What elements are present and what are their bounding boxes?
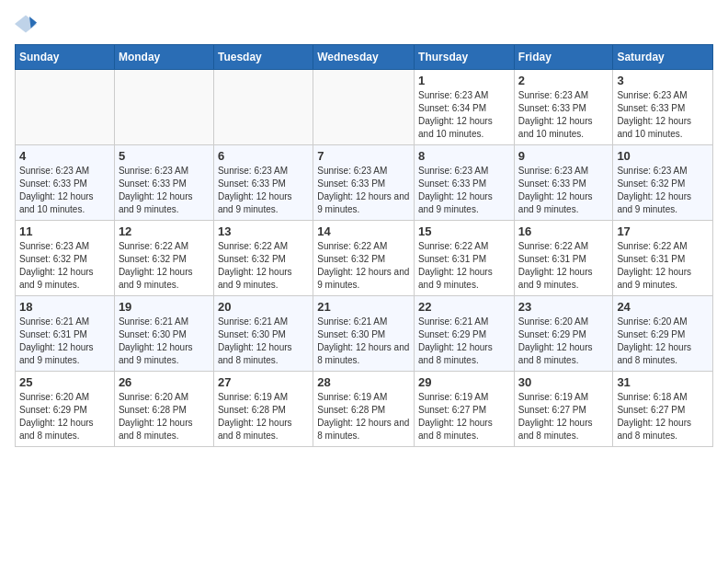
calendar-cell: 21Sunrise: 6:21 AM Sunset: 6:30 PM Dayli…: [313, 296, 415, 372]
day-info: Sunrise: 6:23 AM Sunset: 6:33 PM Dayligh…: [518, 89, 609, 141]
calendar-week-5: 25Sunrise: 6:20 AM Sunset: 6:29 PM Dayli…: [16, 372, 713, 447]
day-info: Sunrise: 6:19 AM Sunset: 6:27 PM Dayligh…: [418, 391, 510, 442]
day-number: 22: [418, 300, 510, 314]
day-info: Sunrise: 6:23 AM Sunset: 6:33 PM Dayligh…: [518, 165, 609, 216]
day-info: Sunrise: 6:23 AM Sunset: 6:33 PM Dayligh…: [418, 165, 510, 216]
day-number: 28: [317, 375, 410, 389]
calendar-cell: 4Sunrise: 6:23 AM Sunset: 6:33 PM Daylig…: [16, 145, 115, 221]
day-number: 10: [617, 149, 709, 163]
day-number: 7: [317, 149, 410, 163]
weekday-header-thursday: Thursday: [415, 45, 515, 70]
calendar-cell: 14Sunrise: 6:22 AM Sunset: 6:32 PM Dayli…: [313, 221, 415, 296]
weekday-header-wednesday: Wednesday: [313, 45, 415, 70]
day-number: 31: [617, 375, 709, 389]
day-info: Sunrise: 6:23 AM Sunset: 6:32 PM Dayligh…: [617, 165, 709, 216]
day-number: 15: [418, 224, 510, 238]
calendar-week-1: 1Sunrise: 6:23 AM Sunset: 6:34 PM Daylig…: [16, 70, 713, 145]
calendar-cell: 13Sunrise: 6:22 AM Sunset: 6:32 PM Dayli…: [213, 221, 313, 296]
day-info: Sunrise: 6:22 AM Sunset: 6:31 PM Dayligh…: [418, 240, 510, 292]
day-info: Sunrise: 6:19 AM Sunset: 6:28 PM Dayligh…: [218, 391, 309, 442]
day-info: Sunrise: 6:21 AM Sunset: 6:30 PM Dayligh…: [119, 316, 210, 367]
day-info: Sunrise: 6:21 AM Sunset: 6:31 PM Dayligh…: [19, 316, 110, 367]
calendar-table: SundayMondayTuesdayWednesdayThursdayFrid…: [15, 44, 713, 447]
calendar-week-4: 18Sunrise: 6:21 AM Sunset: 6:31 PM Dayli…: [16, 296, 713, 372]
weekday-header-sunday: Sunday: [16, 45, 115, 70]
day-info: Sunrise: 6:20 AM Sunset: 6:29 PM Dayligh…: [518, 316, 609, 367]
day-info: Sunrise: 6:19 AM Sunset: 6:28 PM Dayligh…: [317, 391, 410, 442]
day-info: Sunrise: 6:22 AM Sunset: 6:32 PM Dayligh…: [317, 240, 410, 292]
day-number: 8: [418, 149, 510, 163]
weekday-header-saturday: Saturday: [613, 45, 713, 70]
day-number: 18: [19, 300, 110, 314]
calendar-cell: 9Sunrise: 6:23 AM Sunset: 6:33 PM Daylig…: [514, 145, 613, 221]
calendar-cell: 19Sunrise: 6:21 AM Sunset: 6:30 PM Dayli…: [114, 296, 213, 372]
calendar-cell: 2Sunrise: 6:23 AM Sunset: 6:33 PM Daylig…: [514, 70, 613, 145]
day-info: Sunrise: 6:20 AM Sunset: 6:29 PM Dayligh…: [617, 316, 709, 367]
day-number: 5: [119, 149, 210, 163]
calendar-cell: 18Sunrise: 6:21 AM Sunset: 6:31 PM Dayli…: [16, 296, 115, 372]
calendar-cell: 28Sunrise: 6:19 AM Sunset: 6:28 PM Dayli…: [313, 372, 415, 447]
calendar-header-row: SundayMondayTuesdayWednesdayThursdayFrid…: [16, 45, 713, 70]
calendar-cell: 16Sunrise: 6:22 AM Sunset: 6:31 PM Dayli…: [514, 221, 613, 296]
day-number: 14: [317, 224, 410, 238]
calendar-cell: [114, 70, 213, 145]
day-number: 6: [218, 149, 309, 163]
calendar-cell: 20Sunrise: 6:21 AM Sunset: 6:30 PM Dayli…: [213, 296, 313, 372]
day-info: Sunrise: 6:20 AM Sunset: 6:29 PM Dayligh…: [19, 391, 110, 442]
calendar-cell: 29Sunrise: 6:19 AM Sunset: 6:27 PM Dayli…: [415, 372, 515, 447]
day-number: 25: [19, 375, 110, 389]
calendar-cell: 23Sunrise: 6:20 AM Sunset: 6:29 PM Dayli…: [514, 296, 613, 372]
day-info: Sunrise: 6:22 AM Sunset: 6:32 PM Dayligh…: [218, 240, 309, 292]
calendar-cell: 17Sunrise: 6:22 AM Sunset: 6:31 PM Dayli…: [613, 221, 713, 296]
day-number: 21: [317, 300, 410, 314]
calendar-cell: 12Sunrise: 6:22 AM Sunset: 6:32 PM Dayli…: [114, 221, 213, 296]
calendar-cell: 15Sunrise: 6:22 AM Sunset: 6:31 PM Dayli…: [415, 221, 515, 296]
day-info: Sunrise: 6:23 AM Sunset: 6:33 PM Dayligh…: [19, 165, 110, 216]
day-number: 3: [617, 74, 709, 87]
calendar-cell: 31Sunrise: 6:18 AM Sunset: 6:27 PM Dayli…: [613, 372, 713, 447]
day-info: Sunrise: 6:19 AM Sunset: 6:27 PM Dayligh…: [518, 391, 609, 442]
day-number: 27: [218, 375, 309, 389]
day-info: Sunrise: 6:21 AM Sunset: 6:30 PM Dayligh…: [317, 316, 410, 367]
calendar-cell: 26Sunrise: 6:20 AM Sunset: 6:28 PM Dayli…: [114, 372, 213, 447]
weekday-header-friday: Friday: [514, 45, 613, 70]
calendar-cell: 8Sunrise: 6:23 AM Sunset: 6:33 PM Daylig…: [415, 145, 515, 221]
day-number: 26: [119, 375, 210, 389]
day-number: 4: [19, 149, 110, 163]
logo-icon: [15, 15, 37, 33]
calendar-cell: [313, 70, 415, 145]
calendar-cell: 24Sunrise: 6:20 AM Sunset: 6:29 PM Dayli…: [613, 296, 713, 372]
calendar-cell: 3Sunrise: 6:23 AM Sunset: 6:33 PM Daylig…: [613, 70, 713, 145]
day-info: Sunrise: 6:21 AM Sunset: 6:29 PM Dayligh…: [418, 316, 510, 367]
day-info: Sunrise: 6:22 AM Sunset: 6:31 PM Dayligh…: [518, 240, 609, 292]
day-number: 12: [119, 224, 210, 238]
day-info: Sunrise: 6:23 AM Sunset: 6:32 PM Dayligh…: [19, 240, 110, 292]
day-number: 17: [617, 224, 709, 238]
page-header: [15, 15, 713, 33]
calendar-cell: 1Sunrise: 6:23 AM Sunset: 6:34 PM Daylig…: [415, 70, 515, 145]
calendar-cell: [16, 70, 115, 145]
day-info: Sunrise: 6:23 AM Sunset: 6:33 PM Dayligh…: [617, 89, 709, 141]
calendar-cell: 11Sunrise: 6:23 AM Sunset: 6:32 PM Dayli…: [16, 221, 115, 296]
day-number: 9: [518, 149, 609, 163]
day-number: 30: [518, 375, 609, 389]
weekday-header-monday: Monday: [114, 45, 213, 70]
calendar-cell: 10Sunrise: 6:23 AM Sunset: 6:32 PM Dayli…: [613, 145, 713, 221]
day-info: Sunrise: 6:20 AM Sunset: 6:28 PM Dayligh…: [119, 391, 210, 442]
calendar-cell: 7Sunrise: 6:23 AM Sunset: 6:33 PM Daylig…: [313, 145, 415, 221]
day-number: 20: [218, 300, 309, 314]
day-number: 19: [119, 300, 210, 314]
calendar-week-3: 11Sunrise: 6:23 AM Sunset: 6:32 PM Dayli…: [16, 221, 713, 296]
calendar-week-2: 4Sunrise: 6:23 AM Sunset: 6:33 PM Daylig…: [16, 145, 713, 221]
day-info: Sunrise: 6:21 AM Sunset: 6:30 PM Dayligh…: [218, 316, 309, 367]
calendar-cell: 27Sunrise: 6:19 AM Sunset: 6:28 PM Dayli…: [213, 372, 313, 447]
day-number: 1: [418, 74, 510, 87]
weekday-header-tuesday: Tuesday: [213, 45, 313, 70]
day-number: 2: [518, 74, 609, 87]
day-number: 11: [19, 224, 110, 238]
calendar-cell: 25Sunrise: 6:20 AM Sunset: 6:29 PM Dayli…: [16, 372, 115, 447]
day-info: Sunrise: 6:23 AM Sunset: 6:34 PM Dayligh…: [418, 89, 510, 141]
day-info: Sunrise: 6:22 AM Sunset: 6:31 PM Dayligh…: [617, 240, 709, 292]
logo: [15, 15, 40, 33]
day-number: 16: [518, 224, 609, 238]
